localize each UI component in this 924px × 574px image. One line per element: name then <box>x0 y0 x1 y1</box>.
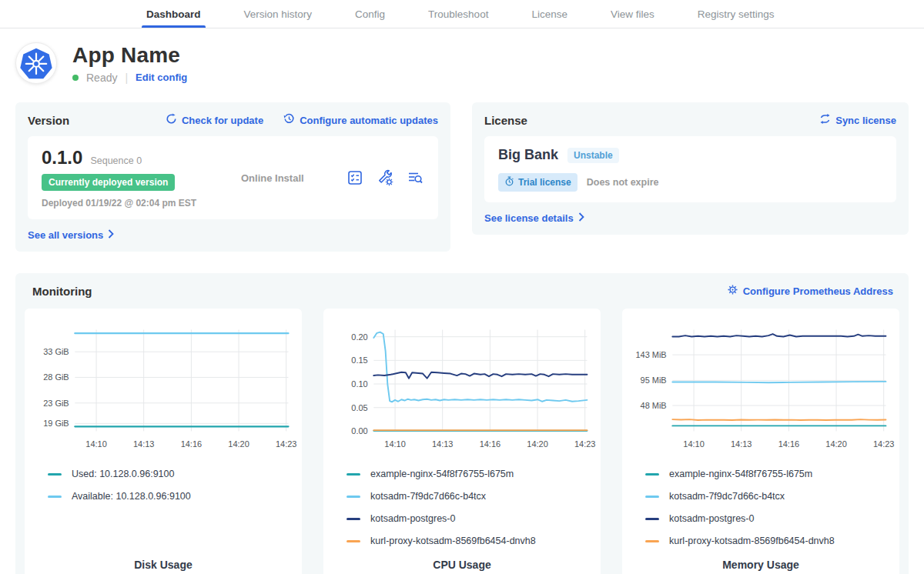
trial-license-badge: Trial license <box>498 173 578 192</box>
svg-text:0.15: 0.15 <box>351 355 367 365</box>
svg-text:14:10: 14:10 <box>683 439 704 449</box>
svg-text:28 GiB: 28 GiB <box>43 372 69 382</box>
svg-text:14:13: 14:13 <box>731 439 752 449</box>
app-header: App Name Ready | Edit config <box>15 42 909 84</box>
chart-title: Disk Usage <box>31 546 296 571</box>
sync-license-link[interactable]: Sync license <box>819 113 896 127</box>
monitoring-panel: Monitoring Configure Prometheus Address … <box>15 273 909 574</box>
tab-troubleshoot[interactable]: Troubleshoot <box>428 0 488 28</box>
series-label: example-nginx-54f8f76755-l675m <box>669 469 812 479</box>
current-version-card: 0.1.0 Sequence 0 Currently deployed vers… <box>28 136 438 219</box>
series-color-swatch <box>346 496 360 498</box>
svg-text:14:16: 14:16 <box>480 439 500 449</box>
svg-text:14:20: 14:20 <box>825 439 846 449</box>
view-diff-logs-icon[interactable] <box>406 169 424 187</box>
disk-usage-legend: Used: 10.128.0.96:9100 Available: 10.128… <box>31 469 296 502</box>
edit-config-wrench-icon[interactable] <box>376 169 394 187</box>
legend-item: kotsadm-7f9dc7d66c-b4tcx <box>346 491 594 502</box>
configure-prometheus-link[interactable]: Configure Prometheus Address <box>727 284 893 298</box>
license-panel: License Sync license Big Bank <box>472 102 909 235</box>
series-color-swatch <box>645 473 659 476</box>
sync-arrows-icon <box>819 113 831 127</box>
disk-usage-chart: 14:1014:1314:1614:2014:2319 GiB23 GiB28 … <box>31 319 296 456</box>
currently-deployed-badge: Currently deployed version <box>42 174 175 191</box>
tab-view-files[interactable]: View files <box>611 0 654 28</box>
svg-text:33 GiB: 33 GiB <box>43 347 69 356</box>
svg-text:14:13: 14:13 <box>432 439 453 449</box>
preflight-checklist-icon[interactable] <box>346 169 364 187</box>
tab-registry-settings[interactable]: Registry settings <box>698 0 775 28</box>
legend-item: Available: 10.128.0.96:9100 <box>48 491 296 502</box>
series-label: kotsadm-postgres-0 <box>669 513 754 524</box>
series-color-swatch <box>645 518 659 520</box>
memory-usage-chart: 14:1014:1314:1614:2014:2348 MiB95 MiB143… <box>628 319 893 456</box>
memory-usage-legend: example-nginx-54f8f76755-l675m kotsadm-7… <box>628 469 893 546</box>
series-label: kotsadm-postgres-0 <box>370 513 455 524</box>
svg-text:14:23: 14:23 <box>574 439 595 449</box>
series-color-swatch <box>645 540 659 542</box>
svg-text:14:16: 14:16 <box>181 439 202 449</box>
series-color-swatch <box>645 496 659 498</box>
svg-text:0.00: 0.00 <box>351 426 367 436</box>
cpu-usage-chart: 14:1014:1314:1614:2014:230.000.050.100.1… <box>330 319 594 456</box>
series-label: Used: 10.128.0.96:9100 <box>72 469 174 479</box>
series-color-swatch <box>346 518 360 520</box>
customer-name: Big Bank <box>498 147 558 163</box>
status-dot <box>72 75 79 81</box>
svg-text:0.10: 0.10 <box>351 379 367 389</box>
app-header-text: App Name Ready | Edit config <box>72 43 187 84</box>
series-label: Available: 10.128.0.96:9100 <box>72 491 191 502</box>
see-license-details-link[interactable]: See license details <box>484 212 584 224</box>
stopwatch-icon <box>504 176 514 189</box>
cpu-usage-legend: example-nginx-54f8f76755-l675m kotsadm-7… <box>330 469 594 546</box>
license-panel-title: License <box>484 114 527 127</box>
configure-automatic-updates-link[interactable]: Configure automatic updates <box>283 113 438 127</box>
svg-text:14:23: 14:23 <box>276 439 296 449</box>
legend-item: Used: 10.128.0.96:9100 <box>48 469 296 479</box>
check-for-update-link[interactable]: Check for update <box>166 113 263 127</box>
top-nav: Dashboard Version history Config Trouble… <box>0 0 924 28</box>
svg-text:0.05: 0.05 <box>351 403 367 412</box>
tab-dashboard[interactable]: Dashboard <box>146 0 201 28</box>
edit-config-link[interactable]: Edit config <box>136 72 187 83</box>
gear-icon <box>727 284 738 298</box>
series-label: kotsadm-7f9dc7d66c-b4tcx <box>370 491 486 502</box>
legend-item: example-nginx-54f8f76755-l675m <box>645 469 893 479</box>
svg-text:23 GiB: 23 GiB <box>43 399 69 408</box>
app-status: Ready <box>86 72 117 84</box>
legend-item: example-nginx-54f8f76755-l675m <box>346 469 594 479</box>
version-sequence: Sequence 0 <box>90 155 142 166</box>
monitoring-title: Monitoring <box>32 285 92 298</box>
svg-text:143 MiB: 143 MiB <box>635 350 666 359</box>
version-panel: Version Check for update Configure autom… <box>15 102 450 252</box>
legend-item: kotsadm-postgres-0 <box>346 513 594 524</box>
divider: | <box>125 72 128 84</box>
tab-version-history[interactable]: Version history <box>244 0 313 28</box>
license-expiry: Does not expire <box>587 177 659 188</box>
chevron-right-icon <box>108 229 114 241</box>
series-label: kurl-proxy-kotsadm-8569fb6454-dnvh8 <box>669 536 835 546</box>
app-title: App Name <box>72 43 187 68</box>
refresh-icon <box>166 113 177 127</box>
series-label: kotsadm-7f9dc7d66c-b4tcx <box>669 491 785 502</box>
version-number: 0.1.0 <box>42 147 82 169</box>
svg-text:14:20: 14:20 <box>527 439 547 449</box>
svg-text:0.20: 0.20 <box>351 332 367 342</box>
license-card: Big Bank Unstable <box>484 136 896 202</box>
chevron-right-icon <box>578 212 584 224</box>
see-all-versions-link[interactable]: See all versions <box>28 229 114 241</box>
page-content: App Name Ready | Edit config Version Che… <box>0 42 924 574</box>
install-type-label: Online Install <box>241 172 304 184</box>
svg-text:14:13: 14:13 <box>133 439 154 449</box>
svg-text:95 MiB: 95 MiB <box>641 375 667 385</box>
chart-title: Memory Usage <box>628 546 893 571</box>
disk-usage-chart-card: 14:1014:1314:1614:2014:2319 GiB23 GiB28 … <box>25 309 302 574</box>
clock-history-icon <box>283 113 295 127</box>
tab-config[interactable]: Config <box>355 0 385 28</box>
svg-text:14:16: 14:16 <box>778 439 799 449</box>
svg-text:19 GiB: 19 GiB <box>43 419 69 428</box>
tab-license[interactable]: License <box>531 0 567 28</box>
series-color-swatch <box>48 496 62 498</box>
panels-row: Version Check for update Configure autom… <box>15 102 909 252</box>
chart-title: CPU Usage <box>330 546 594 571</box>
